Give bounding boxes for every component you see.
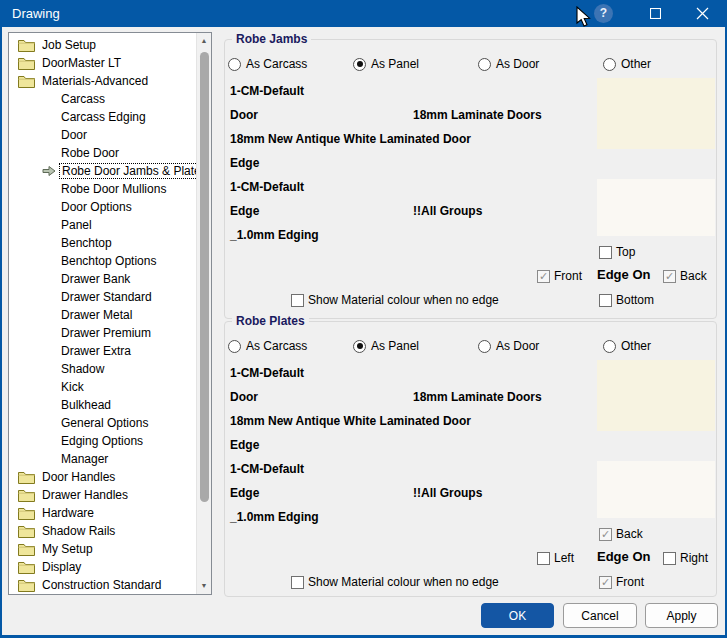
help-icon[interactable]: ? (594, 4, 613, 23)
tree-item-edging-options[interactable]: Edging Options (61, 432, 143, 450)
radio-other[interactable]: Other (603, 57, 651, 71)
material-label: Edge (230, 156, 259, 170)
material-label: 18mm New Antique White Laminated Door (230, 414, 471, 428)
tree-item-shadow[interactable]: Shadow (61, 360, 104, 378)
tree-item-label: Display (42, 560, 81, 574)
radio-label: As Carcass (246, 339, 307, 353)
tree-item-doormaster-lt[interactable]: DoorMaster LT (18, 54, 121, 72)
tree-item-door-options[interactable]: Door Options (61, 198, 132, 216)
folder-icon (18, 57, 35, 70)
radio-as-carcass[interactable]: As Carcass (228, 57, 307, 71)
tree-item-drawer-handles[interactable]: Drawer Handles (18, 486, 128, 504)
checkbox-show-material-colour-when-no-edge[interactable]: Show Material colour when no edge (291, 575, 499, 589)
tree-item-label: Hardware (42, 506, 94, 520)
radio-circle-icon (353, 340, 366, 353)
tree-item-robe-door-mullions[interactable]: Robe Door Mullions (61, 180, 166, 198)
scroll-down-icon[interactable]: ▼ (197, 578, 211, 594)
apply-button[interactable]: Apply (645, 603, 718, 628)
radio-circle-icon (228, 58, 241, 71)
checkbox-top[interactable]: Top (599, 245, 635, 259)
tree-item-general-options[interactable]: General Options (61, 414, 148, 432)
tree-item-shadow-rails[interactable]: Shadow Rails (18, 522, 115, 540)
tree-item-label: Bulkhead (61, 398, 111, 412)
tree-item-label: Drawer Bank (61, 272, 130, 286)
tree-item-panel[interactable]: Panel (61, 216, 92, 234)
checkbox-label: Right (680, 551, 708, 565)
tree-item-robe-door-jambs-plates[interactable]: Robe Door Jambs & Plates (42, 162, 196, 180)
checkbox-bottom[interactable]: Bottom (599, 293, 654, 307)
radio-label: As Door (496, 339, 539, 353)
tree-item-robe-door[interactable]: Robe Door (61, 144, 119, 162)
tree-item-my-setup[interactable]: My Setup (18, 540, 93, 558)
tree-item-display[interactable]: Display (18, 558, 81, 576)
close-button[interactable] (681, 0, 723, 27)
tree-item-kick[interactable]: Kick (61, 378, 84, 396)
tree-item-label: Drawer Standard (61, 290, 152, 304)
tree-item-door[interactable]: Door (61, 126, 87, 144)
radio-as-panel[interactable]: As Panel (353, 339, 419, 353)
checkbox-right[interactable]: Right (663, 551, 708, 565)
tree-item-carcass-edging[interactable]: Carcass Edging (61, 108, 146, 126)
tree-item-label: Door Handles (42, 470, 115, 484)
tree-item-drawer-premium[interactable]: Drawer Premium (61, 324, 151, 342)
tree-item-label: Materials-Advanced (42, 74, 148, 88)
material-label: _1.0mm Edging (230, 510, 319, 524)
tree-item-construction-standard[interactable]: Construction Standard (18, 576, 161, 594)
checkbox-front[interactable]: ✓ Front (599, 575, 644, 589)
tree-item-benchtop-options[interactable]: Benchtop Options (61, 252, 156, 270)
ok-button[interactable]: OK (481, 603, 554, 628)
material-value: !!All Groups (413, 204, 482, 218)
tree-item-label: Door Options (61, 200, 132, 214)
checkbox-label: Show Material colour when no edge (308, 293, 499, 307)
tree-item-door-handles[interactable]: Door Handles (18, 468, 115, 486)
checkbox-back[interactable]: ✓ Back (599, 527, 643, 541)
scrollbar-thumb[interactable] (200, 52, 209, 502)
tree-item-job-setup[interactable]: Job Setup (18, 36, 96, 54)
tree-item-label: Drawer Metal (61, 308, 132, 322)
tree-item-label: Robe Door Mullions (61, 182, 166, 196)
radio-other[interactable]: Other (603, 339, 651, 353)
tree-item-carcass[interactable]: Carcass (61, 90, 105, 108)
tree-item-label: Robe Door Jambs & Plates (59, 163, 196, 179)
tree-item-label: Kick (61, 380, 84, 394)
checkbox-show-material-colour-when-no-edge[interactable]: Show Material colour when no edge (291, 293, 499, 307)
tree-item-benchtop[interactable]: Benchtop (61, 234, 112, 252)
radio-as-carcass[interactable]: As Carcass (228, 339, 307, 353)
tree-item-drawer-metal[interactable]: Drawer Metal (61, 306, 132, 324)
material-label: Edge (230, 438, 259, 452)
radio-as-door[interactable]: As Door (478, 339, 539, 353)
tree-item-drawer-bank[interactable]: Drawer Bank (61, 270, 130, 288)
radio-label: As Carcass (246, 57, 307, 71)
radio-circle-icon (478, 340, 491, 353)
radio-circle-icon (478, 58, 491, 71)
radio-as-panel[interactable]: As Panel (353, 57, 419, 71)
checkbox-back[interactable]: ✓ Back (663, 269, 707, 283)
scroll-up-icon[interactable]: ▲ (197, 33, 211, 49)
folder-icon (18, 525, 35, 538)
checkbox-box-icon: ✓ (537, 270, 550, 283)
material-label: Door (230, 390, 258, 404)
checkbox-left[interactable]: Left (537, 551, 574, 565)
tree-item-label: Carcass Edging (61, 110, 146, 124)
tree-item-materials-advanced[interactable]: Materials-Advanced (18, 72, 148, 90)
tree-scrollbar[interactable]: ▲ ▼ (196, 33, 211, 594)
tree-item-hardware[interactable]: Hardware (18, 504, 94, 522)
tree-item-label: Robe Door (61, 146, 119, 160)
checkbox-front[interactable]: ✓ Front (537, 269, 582, 283)
tree-item-bulkhead[interactable]: Bulkhead (61, 396, 111, 414)
radio-circle-icon (228, 340, 241, 353)
radio-as-door[interactable]: As Door (478, 57, 539, 71)
checkbox-box-icon (291, 294, 304, 307)
tree-item-manager[interactable]: Manager (61, 450, 108, 468)
titlebar[interactable]: Drawing ? (0, 0, 727, 27)
tree-item-drawer-standard[interactable]: Drawer Standard (61, 288, 152, 306)
cancel-button[interactable]: Cancel (563, 603, 637, 628)
tree-item-drawer-extra[interactable]: Drawer Extra (61, 342, 131, 360)
tree-item-label: Drawer Extra (61, 344, 131, 358)
checkbox-label: Front (554, 269, 582, 283)
maximize-button[interactable] (634, 0, 676, 27)
material-value: 18mm Laminate Doors (413, 108, 542, 122)
folder-icon (18, 579, 35, 592)
material-label: 1-CM-Default (230, 366, 304, 380)
checkbox-label: Left (554, 551, 574, 565)
